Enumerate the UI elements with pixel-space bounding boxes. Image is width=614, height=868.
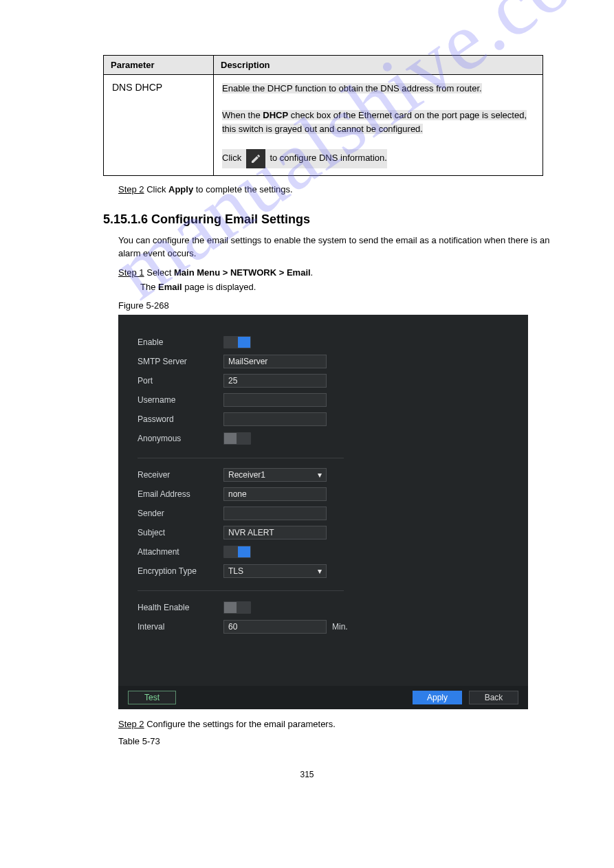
th-parameter: Parameter xyxy=(104,56,214,75)
input-port[interactable] xyxy=(223,374,327,388)
step-cfg-text: Configure the settings for the email par… xyxy=(146,719,336,729)
label-attachment: Attachment xyxy=(138,547,223,557)
email-settings-panel: Enable SMTP Server Port Username Passwor… xyxy=(118,315,528,709)
select-encryption[interactable]: TLS ▾ xyxy=(223,564,327,578)
apply-button[interactable]: Apply xyxy=(413,691,462,704)
input-subject[interactable] xyxy=(223,526,327,539)
desc-line2a: When the xyxy=(222,110,263,120)
step-select-c: Main Menu > NETWORK > Email xyxy=(174,267,311,278)
edit-icon xyxy=(246,149,265,168)
label-interval: Interval xyxy=(138,622,223,632)
input-username[interactable] xyxy=(223,393,327,407)
chevron-down-icon: ▾ xyxy=(318,566,322,576)
desc-line2b: DHCP xyxy=(263,110,288,120)
parameter-table: Parameter Description DNS DHCP Enable th… xyxy=(103,55,543,176)
chevron-down-icon: ▾ xyxy=(318,470,322,480)
input-password[interactable] xyxy=(223,412,327,426)
input-email[interactable] xyxy=(223,487,327,501)
input-smtp[interactable] xyxy=(223,355,327,368)
desc-line3a: Click xyxy=(222,153,244,163)
th-description: Description xyxy=(214,56,543,75)
page-number: 315 xyxy=(0,770,614,779)
label-anonymous: Anonymous xyxy=(138,434,223,443)
label-encryption: Encryption Type xyxy=(138,566,223,576)
label-port: Port xyxy=(138,376,223,386)
toggle-attachment[interactable] xyxy=(223,546,251,558)
desc-line1: Enable the DHCP function to obtain the D… xyxy=(222,83,482,93)
select-receiver[interactable]: Receiver1 ▾ xyxy=(223,468,327,482)
step-apply-b: Click xyxy=(146,184,168,194)
divider xyxy=(138,590,344,591)
toggle-anonymous[interactable] xyxy=(223,432,251,445)
select-encryption-value: TLS xyxy=(228,566,243,576)
label-email: Email Address xyxy=(138,489,223,499)
back-button[interactable]: Back xyxy=(469,691,518,704)
label-receiver: Receiver xyxy=(138,470,223,480)
toggle-health[interactable] xyxy=(223,601,251,614)
label-enable: Enable xyxy=(138,337,223,347)
section-heading: 5.15.1.6 Configuring Email Settings xyxy=(103,212,552,227)
divider xyxy=(138,458,344,458)
figure-caption: Figure 5-268 xyxy=(118,300,552,311)
label-subject: Subject xyxy=(138,528,223,537)
table-row: DNS DHCP Enable the DHCP function to obt… xyxy=(104,75,543,176)
step-apply-c: Apply xyxy=(168,184,193,194)
label-sender: Sender xyxy=(138,509,223,518)
label-min: Min. xyxy=(332,622,348,632)
label-health: Health Enable xyxy=(138,603,223,612)
input-interval[interactable] xyxy=(223,620,327,634)
row-label: DNS DHCP xyxy=(112,82,162,93)
step-select-d: . xyxy=(311,267,314,278)
test-button[interactable]: Test xyxy=(128,691,176,704)
input-sender[interactable] xyxy=(223,507,327,520)
desc-line3b: to configure DNS information. xyxy=(270,153,387,163)
label-password: Password xyxy=(138,414,223,424)
thepage-b: Email xyxy=(158,282,182,292)
select-receiver-value: Receiver1 xyxy=(228,470,265,480)
step-apply-num: Step 2 xyxy=(118,184,144,194)
step-select-num: Step 1 xyxy=(118,267,144,278)
table-caption: Table 5-73 xyxy=(118,736,552,746)
label-username: Username xyxy=(138,395,223,405)
thepage-c: page is displayed. xyxy=(182,282,256,292)
intro-text: You can configure the email settings to … xyxy=(118,234,552,260)
label-smtp: SMTP Server xyxy=(138,357,223,366)
step-apply-d: to complete the settings. xyxy=(193,184,293,194)
thepage-a: The xyxy=(140,282,158,292)
step-select-b: Select xyxy=(146,267,174,278)
step-cfg-num: Step 2 xyxy=(118,719,144,729)
toggle-enable[interactable] xyxy=(223,336,251,348)
